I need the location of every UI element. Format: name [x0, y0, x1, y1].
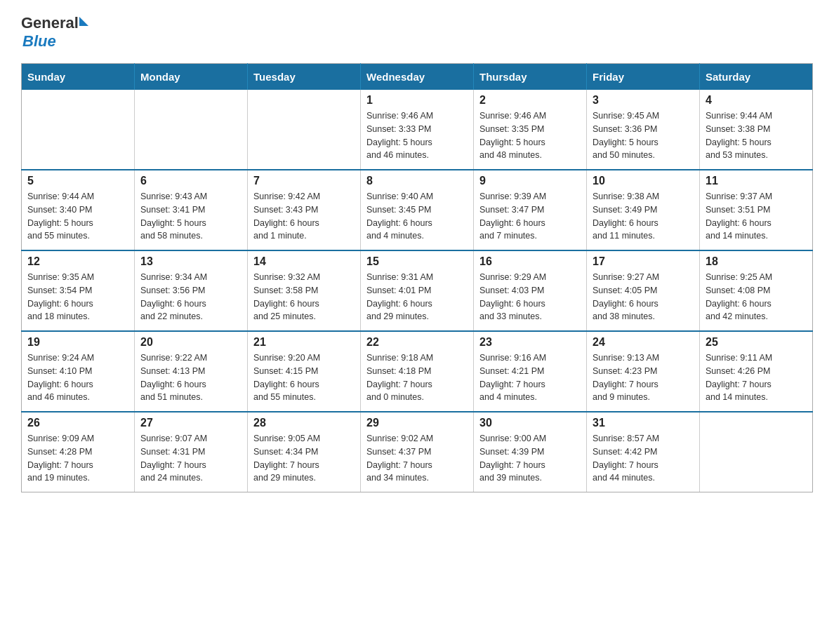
calendar-header: Sunday Monday Tuesday Wednesday Thursday… [22, 64, 813, 90]
calendar-week-row: 12Sunrise: 9:35 AM Sunset: 3:54 PM Dayli… [22, 250, 813, 331]
day-number: 28 [253, 417, 355, 429]
calendar-cell: 12Sunrise: 9:35 AM Sunset: 3:54 PM Dayli… [22, 250, 135, 331]
day-info: Sunrise: 9:46 AM Sunset: 3:35 PM Dayligh… [479, 109, 581, 162]
day-number: 9 [479, 175, 581, 187]
day-number: 20 [140, 336, 241, 349]
calendar-cell: 13Sunrise: 9:34 AM Sunset: 3:56 PM Dayli… [135, 250, 248, 331]
header-monday: Monday [135, 64, 248, 90]
logo-text-blue: Blue [22, 32, 56, 51]
day-info: Sunrise: 9:37 AM Sunset: 3:51 PM Dayligh… [706, 190, 807, 243]
calendar-cell: 9Sunrise: 9:39 AM Sunset: 3:47 PM Daylig… [474, 170, 587, 250]
day-headers-row: Sunday Monday Tuesday Wednesday Thursday… [22, 64, 813, 90]
calendar-cell: 21Sunrise: 9:20 AM Sunset: 4:15 PM Dayli… [248, 331, 361, 412]
day-info: Sunrise: 9:40 AM Sunset: 3:45 PM Dayligh… [366, 190, 468, 243]
calendar-cell: 2Sunrise: 9:46 AM Sunset: 3:35 PM Daylig… [474, 90, 587, 170]
logo-text-general: General [21, 14, 79, 32]
calendar-cell: 14Sunrise: 9:32 AM Sunset: 3:58 PM Dayli… [248, 250, 361, 331]
day-number: 1 [366, 94, 468, 107]
calendar-week-row: 1Sunrise: 9:46 AM Sunset: 3:33 PM Daylig… [22, 90, 813, 170]
day-number: 4 [706, 94, 807, 107]
day-info: Sunrise: 9:25 AM Sunset: 4:08 PM Dayligh… [706, 271, 807, 323]
calendar-week-row: 19Sunrise: 9:24 AM Sunset: 4:10 PM Dayli… [22, 331, 813, 412]
day-info: Sunrise: 9:13 AM Sunset: 4:23 PM Dayligh… [593, 351, 694, 404]
day-number: 12 [27, 255, 128, 268]
calendar-cell [700, 412, 813, 492]
calendar-cell: 19Sunrise: 9:24 AM Sunset: 4:10 PM Dayli… [22, 331, 135, 412]
day-number: 18 [706, 255, 807, 268]
logo-triangle-icon [79, 17, 88, 26]
day-info: Sunrise: 9:18 AM Sunset: 4:18 PM Dayligh… [366, 351, 468, 404]
calendar-cell [248, 90, 361, 170]
calendar-cell: 26Sunrise: 9:09 AM Sunset: 4:28 PM Dayli… [22, 412, 135, 492]
logo: General Blue [21, 14, 88, 51]
calendar-cell: 30Sunrise: 9:00 AM Sunset: 4:39 PM Dayli… [474, 412, 587, 492]
calendar-cell: 15Sunrise: 9:31 AM Sunset: 4:01 PM Dayli… [361, 250, 474, 331]
calendar-cell: 17Sunrise: 9:27 AM Sunset: 4:05 PM Dayli… [587, 250, 700, 331]
page-header: General Blue [21, 14, 813, 51]
day-number: 6 [140, 175, 241, 187]
day-number: 13 [140, 255, 241, 268]
day-number: 10 [593, 175, 694, 187]
day-info: Sunrise: 9:16 AM Sunset: 4:21 PM Dayligh… [479, 351, 581, 404]
header-saturday: Saturday [700, 64, 813, 90]
calendar-cell: 22Sunrise: 9:18 AM Sunset: 4:18 PM Dayli… [361, 331, 474, 412]
day-info: Sunrise: 9:22 AM Sunset: 4:13 PM Dayligh… [140, 351, 241, 404]
day-number: 25 [706, 336, 807, 349]
calendar-cell: 7Sunrise: 9:42 AM Sunset: 3:43 PM Daylig… [248, 170, 361, 250]
header-thursday: Thursday [474, 64, 587, 90]
day-number: 19 [27, 336, 128, 349]
calendar-cell: 31Sunrise: 8:57 AM Sunset: 4:42 PM Dayli… [587, 412, 700, 492]
day-info: Sunrise: 9:32 AM Sunset: 3:58 PM Dayligh… [253, 271, 355, 323]
calendar-cell: 28Sunrise: 9:05 AM Sunset: 4:34 PM Dayli… [248, 412, 361, 492]
day-info: Sunrise: 9:29 AM Sunset: 4:03 PM Dayligh… [479, 271, 581, 323]
day-number: 30 [479, 417, 581, 429]
day-number: 3 [593, 94, 694, 107]
day-info: Sunrise: 9:38 AM Sunset: 3:49 PM Dayligh… [593, 190, 694, 243]
day-info: Sunrise: 9:20 AM Sunset: 4:15 PM Dayligh… [253, 351, 355, 404]
calendar-cell: 4Sunrise: 9:44 AM Sunset: 3:38 PM Daylig… [700, 90, 813, 170]
calendar-cell: 18Sunrise: 9:25 AM Sunset: 4:08 PM Dayli… [700, 250, 813, 331]
day-number: 22 [366, 336, 468, 349]
day-info: Sunrise: 9:02 AM Sunset: 4:37 PM Dayligh… [366, 432, 468, 485]
day-info: Sunrise: 9:44 AM Sunset: 3:40 PM Dayligh… [27, 190, 128, 243]
day-info: Sunrise: 9:46 AM Sunset: 3:33 PM Dayligh… [366, 109, 468, 162]
calendar-table: Sunday Monday Tuesday Wednesday Thursday… [21, 63, 813, 492]
day-info: Sunrise: 9:05 AM Sunset: 4:34 PM Dayligh… [253, 432, 355, 485]
calendar-cell: 6Sunrise: 9:43 AM Sunset: 3:41 PM Daylig… [135, 170, 248, 250]
header-sunday: Sunday [22, 64, 135, 90]
calendar-cell: 16Sunrise: 9:29 AM Sunset: 4:03 PM Dayli… [474, 250, 587, 331]
calendar-cell: 25Sunrise: 9:11 AM Sunset: 4:26 PM Dayli… [700, 331, 813, 412]
calendar-week-row: 5Sunrise: 9:44 AM Sunset: 3:40 PM Daylig… [22, 170, 813, 250]
day-number: 5 [27, 175, 128, 187]
day-info: Sunrise: 9:31 AM Sunset: 4:01 PM Dayligh… [366, 271, 468, 323]
day-number: 2 [479, 94, 581, 107]
day-info: Sunrise: 8:57 AM Sunset: 4:42 PM Dayligh… [593, 432, 694, 485]
calendar-week-row: 26Sunrise: 9:09 AM Sunset: 4:28 PM Dayli… [22, 412, 813, 492]
day-info: Sunrise: 9:35 AM Sunset: 3:54 PM Dayligh… [27, 271, 128, 323]
day-info: Sunrise: 9:44 AM Sunset: 3:38 PM Dayligh… [706, 109, 807, 162]
day-number: 29 [366, 417, 468, 429]
day-number: 17 [593, 255, 694, 268]
calendar-cell: 8Sunrise: 9:40 AM Sunset: 3:45 PM Daylig… [361, 170, 474, 250]
day-number: 7 [253, 175, 355, 187]
day-info: Sunrise: 9:09 AM Sunset: 4:28 PM Dayligh… [27, 432, 128, 485]
day-info: Sunrise: 9:07 AM Sunset: 4:31 PM Dayligh… [140, 432, 241, 485]
day-number: 8 [366, 175, 468, 187]
day-number: 21 [253, 336, 355, 349]
calendar-cell [135, 90, 248, 170]
day-info: Sunrise: 9:39 AM Sunset: 3:47 PM Dayligh… [479, 190, 581, 243]
day-info: Sunrise: 9:11 AM Sunset: 4:26 PM Dayligh… [706, 351, 807, 404]
calendar-cell: 10Sunrise: 9:38 AM Sunset: 3:49 PM Dayli… [587, 170, 700, 250]
day-info: Sunrise: 9:45 AM Sunset: 3:36 PM Dayligh… [593, 109, 694, 162]
day-info: Sunrise: 9:42 AM Sunset: 3:43 PM Dayligh… [253, 190, 355, 243]
day-info: Sunrise: 9:43 AM Sunset: 3:41 PM Dayligh… [140, 190, 241, 243]
header-tuesday: Tuesday [248, 64, 361, 90]
calendar-cell: 11Sunrise: 9:37 AM Sunset: 3:51 PM Dayli… [700, 170, 813, 250]
header-wednesday: Wednesday [361, 64, 474, 90]
calendar-cell [22, 90, 135, 170]
calendar-cell: 29Sunrise: 9:02 AM Sunset: 4:37 PM Dayli… [361, 412, 474, 492]
day-info: Sunrise: 9:24 AM Sunset: 4:10 PM Dayligh… [27, 351, 128, 404]
day-number: 24 [593, 336, 694, 349]
day-number: 31 [593, 417, 694, 429]
calendar-cell: 1Sunrise: 9:46 AM Sunset: 3:33 PM Daylig… [361, 90, 474, 170]
